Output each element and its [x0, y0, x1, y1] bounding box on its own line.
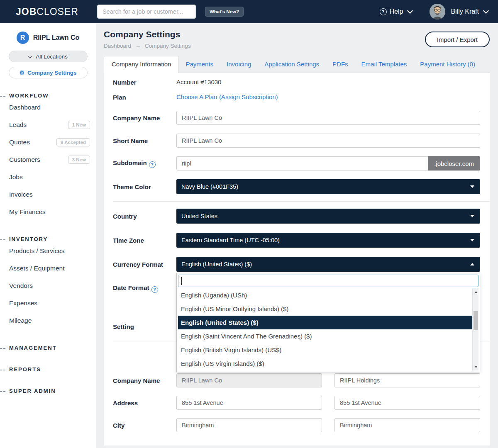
all-locations-dropdown[interactable]: All Locations [9, 51, 88, 62]
company-name: RIIPL Lawn Co [33, 34, 80, 41]
section-reports[interactable]: REPORTS [0, 366, 96, 373]
currency-format-select[interactable]: English (United States) ($) [176, 257, 480, 272]
caret-down-icon [470, 239, 474, 241]
subdomain-input[interactable] [176, 156, 428, 170]
company-header: R RIIPL Lawn Co [0, 32, 96, 44]
city-label: City [113, 422, 176, 429]
currency-option[interactable]: English (Saint Vincent And The Grenadine… [178, 329, 472, 343]
country-label: Country [113, 213, 176, 220]
section-inventory: INVENTORY [0, 236, 96, 242]
gear-icon: ⚙ [19, 69, 24, 76]
breadcrumb-current: Company Settings [145, 43, 190, 49]
country-select[interactable]: United States [176, 209, 480, 224]
currency-option-selected[interactable]: English (United States) ($) [178, 316, 478, 329]
import-export-button[interactable]: Import / Export [425, 32, 490, 47]
chevron-down-icon [28, 54, 32, 58]
sidebar-item-leads[interactable]: Leads1 New [0, 116, 96, 134]
time-zone-label: Time Zone [113, 237, 176, 244]
currency-option[interactable]: English (Uganda) (USh) [178, 288, 472, 302]
sidebar-item-jobs[interactable]: Jobs [0, 168, 96, 186]
currency-option[interactable]: English (US Virgin Islands) ($) [178, 357, 472, 370]
subdomain-help-icon[interactable]: ? [149, 161, 156, 168]
main-content: Company Settings Dashboard → Company Set… [96, 23, 498, 448]
sidebar-nav: WORKFLOW Dashboard Leads1 New Quotes8 Ac… [0, 93, 96, 394]
short-name-input[interactable] [176, 134, 480, 148]
user-avatar[interactable] [430, 4, 445, 19]
city-left-input[interactable] [176, 418, 322, 432]
currency-format-label: Currency Format [113, 261, 176, 268]
plan-label: Plan [113, 94, 176, 101]
customers-badge: 3 New [68, 156, 90, 164]
sidebar-item-quotes[interactable]: Quotes8 Accepted [0, 134, 96, 151]
sidebar-item-assets-equipment[interactable]: Assets / Equipment [0, 260, 96, 277]
tab-application-settings[interactable]: Application Settings [258, 56, 326, 73]
sidebar-item-dashboard[interactable]: Dashboard [0, 99, 96, 116]
section-dash-icon [0, 96, 5, 97]
currency-dropdown-panel: English (Uganda) (USh) English (US Minor… [176, 273, 480, 372]
company-name-right-input[interactable] [334, 373, 480, 387]
sidebar-item-products-services[interactable]: Products / Services [0, 242, 96, 260]
help-menu[interactable]: ? Help [380, 8, 413, 15]
account-number-value: Account #13030 [176, 78, 221, 85]
topbar-right: ? Help Billy Kraft [380, 4, 488, 19]
chevron-down-icon[interactable] [483, 8, 489, 14]
section-management[interactable]: MANAGEMENT [0, 345, 96, 351]
tab-bar: Company Information Payments Invoicing A… [104, 56, 490, 73]
app-logo: JOBCLOSER [16, 6, 78, 17]
dropdown-scrollbar[interactable] [472, 288, 478, 370]
subdomain-suffix: .jobcloser.com [428, 156, 480, 170]
quotes-badge: 8 Accepted [56, 138, 90, 146]
sidebar-item-customers[interactable]: Customers3 New [0, 151, 96, 168]
tab-payment-history[interactable]: Payment History (0) [413, 56, 482, 73]
tab-payments[interactable]: Payments [179, 56, 220, 73]
tab-company-information[interactable]: Company Information [104, 56, 179, 73]
tab-invoicing[interactable]: Invoicing [220, 56, 258, 73]
sidebar-item-invoices[interactable]: Invoices [0, 186, 96, 203]
city-right-input[interactable] [334, 418, 480, 432]
topbar: JOBCLOSER What's New? ? Help Billy Kraft [0, 0, 498, 23]
leads-badge: 1 New [68, 121, 90, 129]
company-name-2-label: Company Name [113, 377, 176, 384]
help-icon: ? [380, 8, 387, 15]
company-name-input[interactable] [176, 111, 480, 125]
avatar-image [430, 4, 445, 19]
choose-a-plan-link[interactable]: Choose A Plan [176, 93, 217, 100]
all-locations-label: All Locations [36, 54, 68, 60]
theme-color-select[interactable]: Navy Blue (#001F35) [176, 179, 480, 194]
time-zone-select[interactable]: Eastern Standard Time (UTC -05:00) [176, 233, 480, 248]
scroll-up-icon[interactable] [473, 289, 478, 295]
sidebar-item-my-finances[interactable]: My Finances [0, 203, 96, 221]
user-name[interactable]: Billy Kraft [451, 8, 479, 15]
scroll-down-icon[interactable] [473, 364, 478, 370]
text-cursor [181, 277, 182, 285]
setting-label: Setting [113, 323, 176, 330]
section-dash-icon [0, 370, 5, 370]
scrollbar-thumb[interactable] [474, 311, 478, 330]
section-dash-icon [0, 348, 5, 349]
tab-email-templates[interactable]: Email Templates [355, 56, 414, 73]
whats-new-button[interactable]: What's New? [205, 7, 244, 17]
sidebar-item-vendors[interactable]: Vendors [0, 277, 96, 295]
currency-option[interactable]: English (US Minor Outlying Islands) ($) [178, 302, 472, 316]
caret-up-icon [470, 263, 474, 265]
date-format-label: Date Format? [113, 284, 176, 293]
breadcrumb-dashboard[interactable]: Dashboard [104, 43, 131, 49]
help-label: Help [390, 8, 403, 15]
sidebar-item-expenses[interactable]: Expenses [0, 295, 96, 312]
address-right-input[interactable] [334, 396, 480, 410]
assign-subscription-link[interactable]: (Assign Subscription) [219, 93, 278, 100]
global-search-input[interactable] [97, 5, 196, 19]
address-left-input[interactable] [176, 396, 322, 410]
currency-option[interactable]: English (British Virgin Islands) (US$) [178, 343, 472, 357]
company-name-label: Company Name [113, 114, 176, 122]
caret-down-icon [470, 185, 474, 188]
theme-color-label: Theme Color [113, 183, 176, 190]
sidebar-item-mileage[interactable]: Mileage [0, 312, 96, 329]
section-super-admin[interactable]: SUPER ADMIN [0, 388, 96, 394]
currency-search-input[interactable] [178, 275, 478, 287]
company-logo: R [17, 32, 29, 44]
tab-pdfs[interactable]: PDFs [326, 56, 355, 73]
date-format-help-icon[interactable]: ? [151, 286, 158, 293]
company-settings-button[interactable]: ⚙ Company Settings [9, 67, 88, 78]
company-name-left-input [176, 373, 322, 387]
